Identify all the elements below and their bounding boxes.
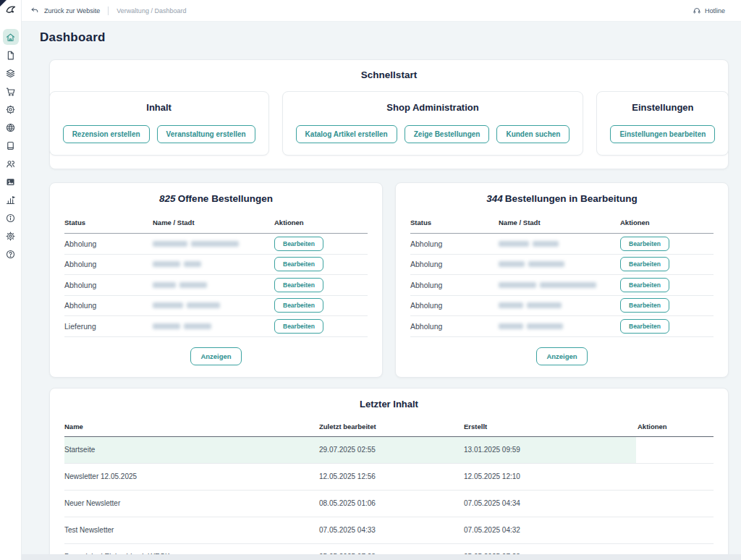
open-orders-card: 825Offene Bestellungen Status Name / Sta… [49, 182, 383, 378]
edit-order-button[interactable]: Bearbeiten [620, 319, 669, 334]
image-icon [5, 177, 16, 187]
main-content: Dashboard Schnellstart Inhalt Rezension … [22, 22, 741, 560]
sidebar-item-media[interactable] [3, 174, 19, 190]
redacted-name [153, 261, 274, 267]
column-modified: Zuletzt bearbeitet [319, 423, 464, 430]
zeige-bestellungen-button[interactable]: Zeige Bestellungen [405, 125, 490, 143]
gear-icon [5, 231, 16, 242]
katalog-artikel-erstellen-button[interactable]: Katalog Artikel erstellen [296, 125, 397, 143]
globe-icon [5, 122, 16, 133]
edit-order-button[interactable]: Bearbeiten [620, 298, 669, 313]
redacted-name [153, 323, 274, 329]
order-status: Abholung [410, 301, 499, 310]
content-name: Newsletter 12.05.2025 [64, 472, 319, 480]
quickstart-group-title: Shop Administration [296, 102, 570, 113]
redacted-name [499, 323, 620, 329]
page-title: Dashboard [40, 30, 729, 45]
edit-order-button[interactable]: Bearbeiten [620, 237, 669, 251]
order-row: Lieferung Bearbeiten [64, 316, 368, 337]
content-modified: 08.05.2025 01:06 [319, 499, 464, 507]
sidebar-item-documents[interactable] [3, 47, 19, 63]
content-row[interactable]: Neuer Newsletter 08.05.2025 01:06 07.05.… [64, 491, 714, 517]
sidebar-item-users[interactable] [3, 156, 19, 171]
edit-order-button[interactable]: Bearbeiten [274, 237, 323, 251]
orders-table-header: Status Name / Stadt Aktionen [64, 214, 368, 234]
sidebar-item-analytics[interactable] [3, 192, 19, 208]
breadcrumb-separator [108, 7, 109, 15]
sidebar-item-globe[interactable] [3, 119, 19, 135]
edit-order-button[interactable]: Bearbeiten [274, 278, 323, 292]
order-status: Abholung [410, 281, 499, 289]
edit-order-button[interactable]: Bearbeiten [620, 257, 669, 271]
veranstaltung-erstellen-button[interactable]: Veranstaltung erstellen [157, 125, 255, 143]
content-created: 12.05.2025 12:10 [464, 472, 638, 480]
show-open-orders-button[interactable]: Anzeigen [190, 347, 241, 365]
home-icon [5, 32, 16, 43]
quickstart-group-buttons: Rezension erstellenVeranstaltung erstell… [63, 125, 255, 143]
redacted-name [499, 241, 620, 247]
kunden-suchen-button[interactable]: Kunden suchen [496, 125, 569, 143]
processing-orders-count: 344 [486, 193, 503, 204]
quickstart-card: Schnellstart Inhalt Rezension erstellenV… [49, 59, 729, 169]
hotline-button[interactable]: Hotline [693, 7, 725, 15]
show-processing-orders-button[interactable]: Anzeigen [536, 347, 587, 365]
rezension-erstellen-button[interactable]: Rezension erstellen [63, 125, 150, 143]
sidebar-item-info[interactable] [3, 210, 19, 226]
order-row: Abholung Bearbeiten [410, 255, 714, 276]
content-row[interactable]: Newsletter 12.05.2025 12.05.2025 12:56 1… [64, 464, 714, 491]
back-to-website-link[interactable]: Zurück zur Website [44, 7, 100, 14]
analytics-icon [5, 195, 16, 205]
order-row: Abholung Bearbeiten [64, 296, 368, 317]
einstellungen-bearbeiten-button[interactable]: Einstellungen bearbeiten [610, 125, 715, 143]
content-modified: 07.05.2025 04:33 [319, 526, 464, 534]
redacted-name [499, 261, 620, 267]
edit-order-button[interactable]: Bearbeiten [274, 257, 323, 271]
column-name-city: Name / Stadt [153, 219, 274, 226]
latest-content-title: Letzter Inhalt [64, 399, 714, 410]
edit-order-button[interactable]: Bearbeiten [620, 278, 669, 292]
order-row: Abholung Bearbeiten [410, 316, 714, 337]
orders-table-header: Status Name / Stadt Aktionen [410, 214, 714, 234]
quickstart-title: Schnellstart [64, 69, 714, 80]
quickstart-group-buttons: Einstellungen bearbeiten [610, 125, 715, 143]
redacted-name [499, 302, 620, 308]
horizontal-scrollbar[interactable] [22, 554, 741, 560]
order-row: Abholung Bearbeiten [64, 255, 368, 276]
orders-table-body: Abholung Bearbeiten Abholung Bearbeiten … [410, 234, 714, 337]
processing-orders-title: 344Bestellungen in Bearbeitung [410, 193, 714, 204]
orders-table-body: Abholung Bearbeiten Abholung Bearbeiten … [64, 234, 368, 337]
order-status: Abholung [64, 281, 153, 289]
column-created: Erstellt [464, 423, 638, 430]
sidebar-item-book[interactable] [3, 137, 19, 153]
order-row: Abholung Bearbeiten [410, 275, 714, 296]
sidebar-item-cog-badge[interactable] [3, 101, 19, 117]
sidebar-item-settings[interactable] [3, 228, 19, 244]
sidebar-item-shop[interactable] [3, 83, 19, 99]
redacted-name [499, 282, 620, 288]
topbar: Zurück zur Website Verwaltung / Dashboar… [22, 0, 741, 22]
sidebar-item-layers[interactable] [3, 65, 19, 81]
edit-order-button[interactable]: Bearbeiten [274, 319, 323, 334]
sidebar-item-home[interactable] [3, 29, 19, 45]
latest-content-rows: Startseite 29.07.2025 02:55 13.01.2025 0… [64, 437, 714, 560]
edit-order-button[interactable]: Bearbeiten [274, 298, 323, 313]
content-modified: 29.07.2025 02:55 [319, 446, 464, 454]
breadcrumb: Verwaltung / Dashboard [117, 7, 186, 14]
order-status: Abholung [410, 239, 499, 248]
order-status: Abholung [410, 322, 499, 331]
layers-icon [5, 68, 16, 79]
processing-orders-card: 344Bestellungen in Bearbeitung Status Na… [395, 182, 729, 378]
sidebar-item-help[interactable] [3, 246, 19, 262]
content-name: Test Newsletter [64, 526, 319, 534]
order-status: Abholung [64, 239, 153, 248]
order-row: Abholung Bearbeiten [410, 234, 714, 255]
content-created: 07.05.2025 04:32 [464, 526, 638, 534]
back-arrow-icon [30, 7, 39, 15]
redacted-name [153, 241, 274, 247]
quickstart-groups: Inhalt Rezension erstellenVeranstaltung … [64, 91, 714, 156]
content-name: Neuer Newsletter [64, 499, 319, 507]
sidebar [0, 0, 22, 560]
content-row[interactable]: Startseite 29.07.2025 02:55 13.01.2025 0… [64, 437, 714, 464]
content-row[interactable]: Test Newsletter 07.05.2025 04:33 07.05.2… [64, 517, 714, 544]
order-status: Abholung [64, 301, 153, 310]
